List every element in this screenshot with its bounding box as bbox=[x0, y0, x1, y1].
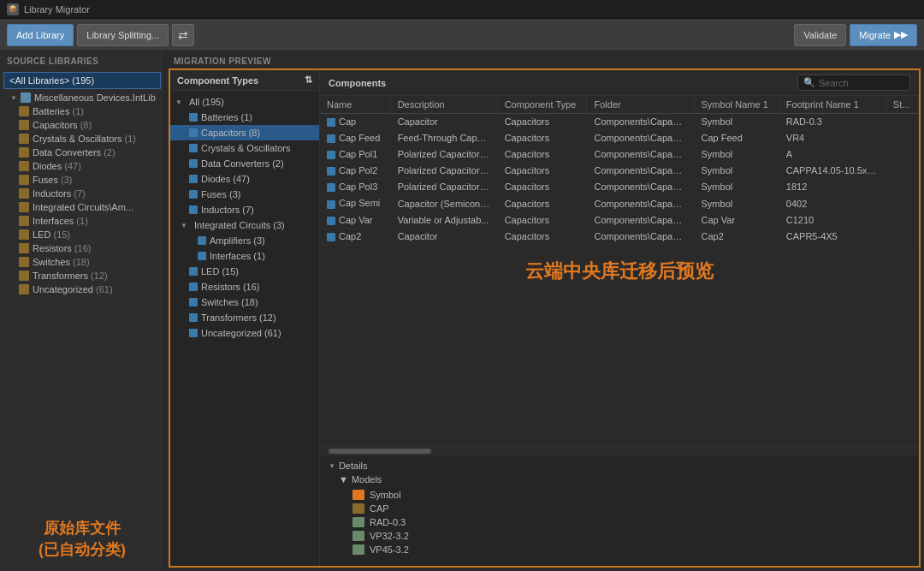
ct-transformers[interactable]: Transformers (12) bbox=[170, 310, 319, 325]
source-tree[interactable]: <All Libraries> (195) ▼ Miscellaneous De… bbox=[0, 68, 164, 508]
ct-data-converters[interactable]: Data Converters (2) bbox=[170, 156, 319, 171]
table-row[interactable]: Cap Feed Feed-Through Capa... Capacitors… bbox=[320, 130, 919, 146]
ct-resistors-icon bbox=[189, 283, 198, 291]
source-item-crystals[interactable]: Crystals & Oscillators (1) bbox=[0, 132, 164, 146]
migrate-arrow-icon: ▶▶ bbox=[894, 29, 908, 40]
folder-icon-fuses bbox=[19, 175, 29, 185]
ct-ic-expand: ▼ bbox=[181, 222, 187, 229]
all-libraries-item[interactable]: <All Libraries> (195) bbox=[3, 72, 161, 89]
ct-amplifiers[interactable]: Amplifiers (3) bbox=[170, 233, 319, 248]
details-section: ▼ Details ▼ Models Symbol CAP RAD-0.3 VP… bbox=[320, 455, 919, 566]
components-header-bar: Components 🔍 bbox=[320, 70, 919, 96]
table-row[interactable]: Cap Pol2 Polarized Capacitor (... Capaci… bbox=[320, 163, 919, 179]
migrate-button[interactable]: Migrate ▶▶ bbox=[850, 24, 917, 46]
source-item-ic[interactable]: Integrated Circuits\Am... bbox=[0, 200, 164, 214]
ct-interfaces-icon bbox=[198, 252, 206, 260]
details-header[interactable]: ▼ Details bbox=[329, 461, 910, 471]
toolbar: Add Library Library Splitting... ⇄ Valid… bbox=[0, 19, 924, 51]
ct-ic-parent[interactable]: ▼ Integrated Circuits (3) bbox=[170, 217, 319, 233]
col-footprint[interactable]: Footprint Name 1 bbox=[779, 96, 886, 114]
source-item-inductors[interactable]: Inductors (7) bbox=[0, 187, 164, 200]
source-item-data-converters[interactable]: Data Converters (2) bbox=[0, 146, 164, 159]
models-expand-icon: ▼ bbox=[339, 474, 348, 485]
model-name: CAP bbox=[370, 503, 389, 514]
source-item-fuses[interactable]: Fuses (3) bbox=[0, 173, 164, 187]
table-row[interactable]: Cap Semi Capacitor (Semicond... Capacito… bbox=[320, 195, 919, 211]
table-row[interactable]: Cap Var Variable or Adjustab... Capacito… bbox=[320, 211, 919, 228]
validate-button[interactable]: Validate bbox=[794, 24, 846, 46]
folder-icon-uncategorized bbox=[19, 284, 29, 294]
models-header[interactable]: ▼ Models bbox=[339, 474, 910, 485]
ct-uncategorized[interactable]: Uncategorized (61) bbox=[170, 325, 319, 341]
ct-interfaces[interactable]: Interfaces (1) bbox=[170, 248, 319, 264]
component-types-title: Component Types bbox=[177, 75, 258, 86]
model-name: VP45-3.2 bbox=[370, 544, 409, 555]
scrollbar-thumb[interactable] bbox=[329, 449, 431, 454]
add-library-button[interactable]: Add Library bbox=[7, 24, 74, 46]
sort-icon[interactable]: ⇅ bbox=[305, 74, 312, 86]
col-description[interactable]: Description bbox=[390, 96, 497, 114]
ct-uncategorized-icon bbox=[189, 329, 198, 337]
source-item-led[interactable]: LED (15) bbox=[0, 228, 164, 241]
library-splitting-button[interactable]: Library Splitting... bbox=[77, 24, 169, 46]
search-input[interactable] bbox=[819, 78, 904, 88]
source-panel: SOURCE LIBRARIES <All Libraries> (195) ▼… bbox=[0, 51, 165, 571]
source-item-batteries[interactable]: Batteries (1) bbox=[0, 104, 164, 118]
component-types-list[interactable]: ▼ All (195) Batteries (1) Capacitors (8) bbox=[170, 91, 319, 566]
model-icon bbox=[352, 544, 364, 555]
lib-name: Miscellaneous Devices.IntLib bbox=[34, 92, 156, 103]
ct-batteries[interactable]: Batteries (1) bbox=[170, 110, 319, 125]
ct-diodes[interactable]: Diodes (47) bbox=[170, 171, 319, 187]
component-types-header: Component Types ⇅ bbox=[170, 70, 319, 91]
table-row[interactable]: Cap Capacitor Capacitors Components\Capa… bbox=[320, 114, 919, 130]
table-row[interactable]: Cap Pol1 Polarized Capacitor (... Capaci… bbox=[320, 146, 919, 163]
source-item-uncategorized[interactable]: Uncategorized (61) bbox=[0, 283, 164, 296]
source-item-transformers[interactable]: Transformers (12) bbox=[0, 269, 164, 283]
ct-batteries-icon bbox=[189, 113, 198, 122]
folder-icon-resistors bbox=[19, 243, 29, 253]
folder-icon-interfaces bbox=[19, 216, 29, 226]
ct-all[interactable]: ▼ All (195) bbox=[170, 94, 319, 110]
model-item: CAP bbox=[329, 502, 910, 515]
transfer-icon[interactable]: ⇄ bbox=[172, 24, 194, 46]
source-item-capacitors[interactable]: Capacitors (8) bbox=[0, 118, 164, 132]
col-symbol[interactable]: Symbol Name 1 bbox=[694, 96, 779, 114]
ct-switches[interactable]: Switches (18) bbox=[170, 294, 319, 310]
source-item-diodes[interactable]: Diodes (47) bbox=[0, 159, 164, 173]
ct-inductors-icon bbox=[189, 205, 198, 214]
folder-icon-switches bbox=[19, 257, 29, 267]
search-box[interactable]: 🔍 bbox=[797, 74, 910, 91]
components-tbody: Cap Capacitor Capacitors Components\Capa… bbox=[320, 114, 919, 245]
lib-parent[interactable]: ▼ Miscellaneous Devices.IntLib bbox=[0, 91, 164, 104]
components-table-container[interactable]: Name Description Component Type Folder S… bbox=[320, 96, 919, 446]
col-type[interactable]: Component Type bbox=[497, 96, 587, 114]
horizontal-scrollbar[interactable] bbox=[320, 446, 919, 455]
details-expand-icon: ▼ bbox=[329, 462, 335, 470]
model-item: RAD-0.3 bbox=[329, 515, 910, 529]
components-title: Components bbox=[329, 78, 386, 88]
app-title: Library Migrator bbox=[24, 4, 90, 15]
ct-led[interactable]: LED (15) bbox=[170, 264, 319, 279]
col-folder[interactable]: Folder bbox=[587, 96, 694, 114]
folder-icon-inductors bbox=[19, 188, 29, 199]
ct-fuses[interactable]: Fuses (3) bbox=[170, 187, 319, 202]
source-item-interfaces[interactable]: Interfaces (1) bbox=[0, 214, 164, 228]
expand-icon: ▼ bbox=[10, 94, 17, 102]
folder-icon-capacitors bbox=[19, 120, 29, 130]
source-item-resistors[interactable]: Resistors (16) bbox=[0, 241, 164, 255]
col-status[interactable]: St... bbox=[886, 96, 918, 114]
ct-inductors[interactable]: Inductors (7) bbox=[170, 202, 319, 217]
folder-icon-crystals bbox=[19, 134, 29, 144]
model-icon bbox=[352, 517, 364, 527]
preview-panel: MIGRATION PREVIEW Component Types ⇅ ▼ Al… bbox=[165, 51, 924, 571]
components-table: Name Description Component Type Folder S… bbox=[320, 96, 919, 245]
table-row[interactable]: Cap Pol3 Polarized Capacitor (... Capaci… bbox=[320, 179, 919, 195]
ct-capacitors[interactable]: Capacitors (8) bbox=[170, 125, 319, 140]
source-item-switches[interactable]: Switches (18) bbox=[0, 255, 164, 269]
search-icon: 🔍 bbox=[803, 77, 815, 88]
ct-crystals[interactable]: Crystals & Oscillators bbox=[170, 140, 319, 156]
ct-resistors[interactable]: Resistors (16) bbox=[170, 279, 319, 294]
preview-panel-header: MIGRATION PREVIEW bbox=[165, 51, 924, 68]
col-name[interactable]: Name bbox=[320, 96, 390, 114]
table-row[interactable]: Cap2 Capacitor Capacitors Components\Cap… bbox=[320, 228, 919, 244]
